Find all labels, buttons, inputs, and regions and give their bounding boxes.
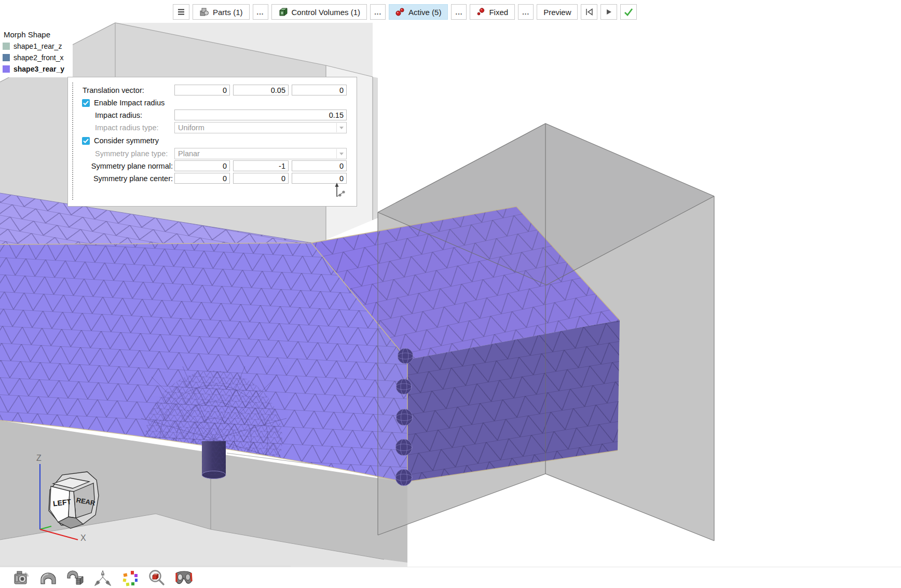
control-volume-icon [278, 7, 288, 17]
impact-radius-type-value: Uniform [178, 124, 204, 132]
symmetry-plane-type-label: Symmetry plane type: [95, 149, 168, 158]
fixed-label: Fixed [489, 8, 508, 17]
top-toolbar: Parts (1) ... Control Volumes (1) ... Ac… [173, 4, 637, 20]
active-button[interactable]: Active (5) [389, 4, 448, 20]
fender-cube-icon[interactable] [65, 569, 86, 587]
3d-glasses-icon[interactable] [173, 569, 194, 587]
fixed-sphere-icon [476, 7, 485, 17]
active-spheres-icon [395, 7, 405, 17]
symmetry-plane-type-value: Planar [178, 149, 200, 158]
legend-title: Morph Shape [4, 30, 70, 39]
parts-button[interactable]: Parts (1) [193, 4, 250, 20]
shape1-label: shape1_rear_z [13, 42, 62, 50]
translation-vector-label: Translation vector: [83, 86, 144, 94]
parts-label: Parts (1) [213, 8, 243, 17]
skip-to-start-button[interactable] [581, 4, 597, 20]
triad-icon[interactable] [92, 569, 113, 587]
impact-radius-label: Impact radius: [95, 111, 142, 119]
consider-symmetry-checkbox[interactable] [82, 137, 90, 145]
legend-item-shape2[interactable]: shape2_front_x [3, 53, 70, 62]
play-icon [605, 8, 612, 16]
shape2-swatch [3, 54, 10, 61]
enable-impact-radius-label: Enable Impact radius [94, 99, 165, 107]
svg-text:X: X [80, 534, 86, 542]
translation-z-input[interactable] [292, 85, 347, 95]
scene-control-volume-box [378, 124, 714, 541]
hamburger-icon [177, 8, 185, 16]
color-wheel-icon[interactable] [119, 569, 140, 587]
check-icon [624, 8, 633, 16]
impact-radius-input[interactable] [174, 110, 347, 120]
translation-x-input[interactable] [174, 85, 230, 95]
active-label: Active (5) [408, 8, 441, 17]
control-volumes-more-button[interactable]: ... [370, 4, 386, 20]
part-icon [199, 7, 209, 17]
application-window: Z X LEFT REAR [0, 0, 901, 588]
camera-icon[interactable] [11, 569, 32, 587]
control-volumes-label: Control Volumes (1) [292, 8, 361, 17]
symmetry-center-x-input[interactable] [174, 173, 230, 184]
shape3-swatch [3, 65, 10, 73]
fixed-more-button[interactable]: ... [518, 4, 534, 20]
enable-impact-radius-checkbox[interactable] [82, 99, 90, 107]
chevron-down-icon [336, 149, 346, 158]
zoom-cube-icon[interactable] [146, 569, 167, 587]
symmetry-plane-normal-label: Symmetry plane normal: [81, 162, 173, 170]
parts-more-button[interactable]: ... [253, 4, 268, 20]
menu-button[interactable] [173, 4, 189, 20]
shape3-label: shape3_rear_y [13, 65, 64, 73]
active-more-button[interactable]: ... [451, 4, 467, 20]
legend-item-shape3-selected[interactable]: shape3_rear_y [3, 65, 70, 73]
check-glyph [83, 139, 89, 143]
morph-parameters-dialog: Translation vector: Enable Impact radius… [67, 77, 357, 207]
preview-button[interactable]: Preview [537, 4, 578, 20]
impact-radius-type-label: Impact radius type: [95, 124, 159, 132]
fender-icon[interactable] [38, 569, 59, 587]
svg-text:Z: Z [36, 454, 42, 462]
shape2-label: shape2_front_x [13, 53, 64, 62]
symmetry-plane-center-label: Symmetry plane center: [81, 174, 173, 183]
impact-radius-type-dropdown[interactable]: Uniform [174, 122, 347, 133]
control-volumes-button[interactable]: Control Volumes (1) [271, 4, 367, 20]
morph-cylinder [202, 441, 226, 479]
viewport-toolbar [0, 567, 901, 588]
translation-y-input[interactable] [233, 85, 289, 95]
consider-symmetry-label: Consider symmetry [94, 136, 159, 145]
symmetry-normal-z-input[interactable] [292, 160, 347, 171]
symmetry-center-y-input[interactable] [233, 173, 289, 184]
skip-start-icon [585, 8, 593, 16]
check-glyph [83, 101, 89, 105]
symmetry-plane-type-dropdown[interactable]: Planar [174, 148, 347, 159]
chevron-down-icon [336, 123, 346, 132]
legend-item-shape1[interactable]: shape1_rear_z [3, 42, 70, 50]
shape1-swatch [3, 43, 10, 50]
fixed-button[interactable]: Fixed [470, 4, 515, 20]
morph-shape-legend: Morph Shape shape1_rear_z shape2_front_x… [0, 28, 73, 77]
apply-button[interactable] [620, 4, 637, 20]
symmetry-normal-y-input[interactable] [233, 160, 289, 171]
symmetry-normal-x-input[interactable] [174, 160, 230, 171]
play-step-button[interactable] [600, 4, 617, 20]
preview-label: Preview [543, 8, 571, 17]
dialog-drag-handle[interactable] [72, 83, 73, 200]
vector-direction-icon[interactable] [332, 181, 346, 200]
